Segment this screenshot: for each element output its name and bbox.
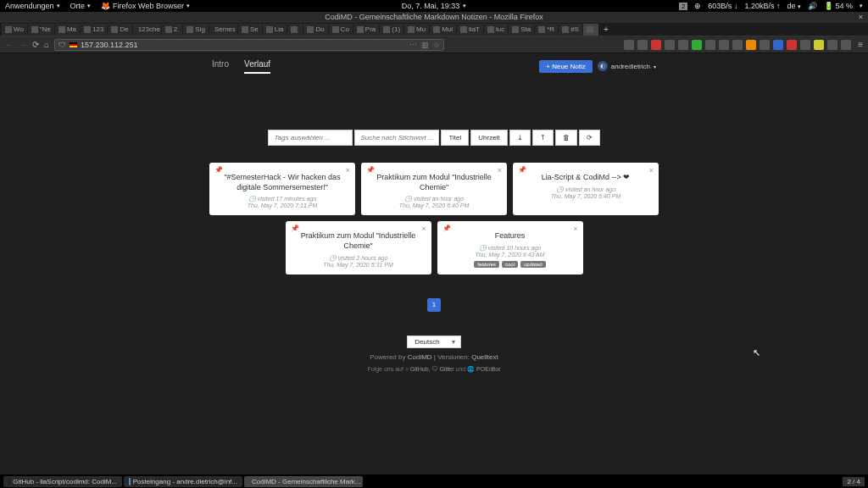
tag[interactable]: updated: [520, 261, 546, 268]
pin-icon[interactable]: 📌: [366, 166, 375, 174]
browser-tab[interactable]: 2.: [162, 24, 183, 36]
browser-tab[interactable]: 123: [81, 24, 107, 36]
hamburger-menu[interactable]: ≡: [858, 40, 863, 49]
tab-verlauf[interactable]: Verlauf: [244, 59, 270, 74]
close-icon[interactable]: ×: [421, 225, 426, 233]
search-input[interactable]: [354, 130, 439, 146]
back-button[interactable]: ←: [5, 40, 14, 49]
keyboard-lang[interactable]: de ▾: [787, 2, 801, 10]
apps-menu[interactable]: Anwendungen ▾: [5, 2, 60, 10]
gitter-link[interactable]: Gitter: [439, 366, 453, 372]
clock[interactable]: Do, 7. Mai, 19:33 ▾: [402, 2, 467, 10]
browser-tab[interactable]: Do: [303, 24, 327, 36]
ext-icon[interactable]: [732, 40, 743, 50]
ext-icon[interactable]: [827, 40, 837, 50]
browser-tab[interactable]: Se: [238, 24, 262, 36]
browser-tab[interactable]: liaT: [457, 24, 483, 36]
browser-tab[interactable]: Semes: [209, 24, 237, 36]
ext-icon[interactable]: [692, 40, 702, 50]
taskbar-item[interactable]: Posteingang - andre.dietrich@inf...: [124, 476, 242, 487]
battery[interactable]: 🔋 54 %: [824, 2, 853, 10]
new-tab-button[interactable]: +: [601, 25, 611, 34]
ext-icon[interactable]: [760, 40, 770, 50]
close-icon[interactable]: ×: [498, 166, 502, 175]
tags-input[interactable]: [268, 130, 353, 146]
browser-tab[interactable]: Sta: [509, 24, 534, 36]
refresh-button[interactable]: ⟳: [579, 130, 600, 146]
sort-time-button[interactable]: Uhrzeit: [470, 130, 507, 146]
tab-intro[interactable]: Intro: [212, 59, 229, 74]
language-select[interactable]: Deutsch: [407, 336, 460, 348]
note-card[interactable]: 📌×"#SemesterHack - Wir hacken das digita…: [209, 163, 355, 215]
ext-icon[interactable]: [624, 40, 634, 50]
firefox-indicator[interactable]: 🦊 Firefox Web Browser ▾: [101, 2, 190, 10]
ext-icon[interactable]: [800, 40, 810, 50]
note-card[interactable]: 📌×Features🕒visited 10 hours agoThu, May …: [437, 221, 583, 274]
home-button[interactable]: ⌂: [44, 40, 49, 49]
workspace-indicator[interactable]: 2 / 4: [843, 477, 865, 486]
volume-icon[interactable]: 🔊: [808, 2, 817, 10]
page-1[interactable]: 1: [427, 298, 441, 312]
bookmark-icon[interactable]: ☆: [433, 41, 440, 49]
note-card[interactable]: 📌×Lia-Script & CodiMd --> ❤🕒visited an h…: [513, 163, 659, 215]
browser-tab[interactable]: 123che: [133, 24, 161, 36]
browser-tab[interactable]: luc: [484, 24, 508, 36]
browser-tab[interactable]: Sig: [183, 24, 209, 36]
ext-icon[interactable]: [719, 40, 729, 50]
taskbar-item[interactable]: CodiMD - Gemeinschaftliche Mark...: [244, 476, 363, 487]
ext-icon[interactable]: [814, 40, 824, 50]
ext-icon[interactable]: [665, 40, 675, 50]
reader-icon[interactable]: ▥: [421, 41, 429, 49]
browser-tab[interactable]: Mul: [430, 24, 456, 36]
browser-tab[interactable]: Wo: [2, 24, 27, 36]
user-menu[interactable]: ◐ andredietrich ▾: [598, 61, 656, 71]
tag[interactable]: cool: [502, 261, 518, 268]
import-button[interactable]: ⤒: [532, 130, 554, 146]
tag[interactable]: features: [474, 261, 499, 268]
taskbar-item[interactable]: GitHub - liaScript/codimd: CodiM...: [3, 476, 122, 487]
places-menu[interactable]: Orte ▾: [70, 2, 92, 10]
note-card[interactable]: 📌×Praktikum zum Modul "Industrielle Chem…: [361, 163, 507, 215]
github-link[interactable]: GitHub: [410, 366, 429, 372]
browser-tab[interactable]: Co: [329, 24, 353, 36]
pin-icon[interactable]: 📌: [214, 166, 223, 174]
pin-icon[interactable]: 📌: [291, 225, 299, 232]
export-button[interactable]: ⤓: [509, 130, 531, 146]
ext-icon[interactable]: [678, 40, 688, 50]
window-close-icon[interactable]: ×: [859, 12, 863, 23]
browser-tab[interactable]: Mu: [404, 24, 429, 36]
pin-icon[interactable]: 📌: [518, 166, 526, 174]
note-card[interactable]: 📌×Praktikum zum Modul "Industrielle Chem…: [286, 221, 431, 274]
quelltext-link[interactable]: Quelltext: [471, 353, 498, 361]
browser-tab[interactable]: [583, 24, 598, 36]
ext-icon[interactable]: [746, 40, 756, 50]
browser-tab[interactable]: [287, 24, 303, 36]
close-icon[interactable]: ×: [573, 225, 577, 233]
browser-tab[interactable]: *R: [535, 24, 558, 36]
forward-button[interactable]: →: [19, 40, 27, 49]
browser-tab[interactable]: #S: [559, 24, 582, 36]
sort-title-button[interactable]: Titel: [441, 130, 469, 146]
new-note-button[interactable]: + Neue Notiz: [539, 60, 592, 73]
browser-tab[interactable]: Ma: [55, 24, 80, 36]
ext-icon[interactable]: [773, 40, 783, 50]
workspace-badge[interactable]: 2: [679, 3, 687, 10]
ext-icon[interactable]: [841, 40, 851, 50]
browser-tab[interactable]: Pra: [353, 24, 379, 36]
ext-icon[interactable]: [637, 40, 648, 50]
close-icon[interactable]: ×: [649, 166, 654, 175]
reload-button[interactable]: ⟳: [32, 40, 39, 49]
close-icon[interactable]: ×: [346, 166, 350, 175]
url-bar[interactable]: 🛡 157.230.112.251 ⋯ ▥ ☆: [54, 39, 444, 51]
browser-tab[interactable]: De: [108, 24, 131, 36]
ext-icon[interactable]: [787, 40, 797, 50]
pin-icon[interactable]: 📌: [442, 225, 451, 232]
poeditor-link[interactable]: POEditor: [476, 366, 500, 372]
browser-tab[interactable]: "Ne: [28, 24, 54, 36]
codimd-link[interactable]: CodiMD: [408, 353, 432, 361]
browser-tab[interactable]: Lia: [263, 24, 287, 36]
ext-icon[interactable]: [651, 40, 661, 50]
url-menu-icon[interactable]: ⋯: [409, 41, 417, 49]
browser-tab[interactable]: (1): [380, 24, 403, 36]
ext-icon[interactable]: [705, 40, 715, 50]
